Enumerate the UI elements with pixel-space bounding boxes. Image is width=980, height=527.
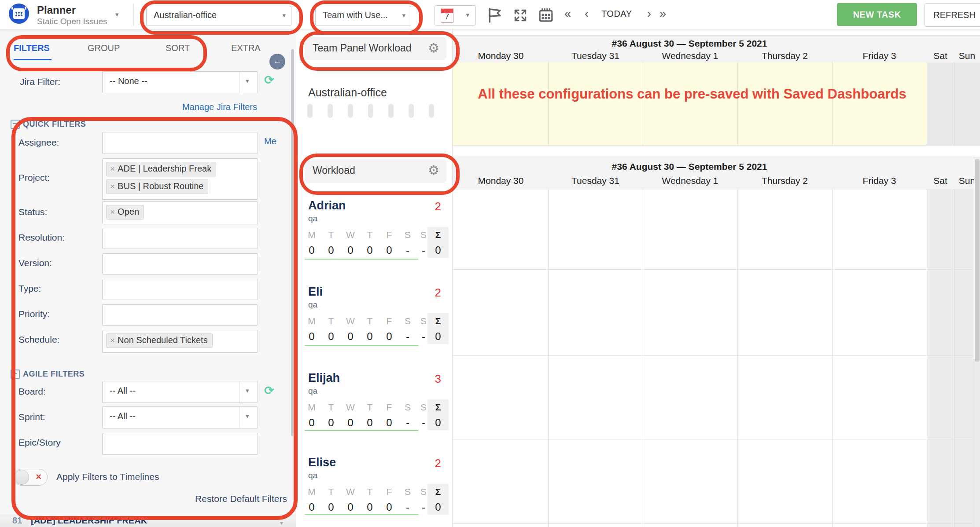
schedule-tag-label: Non Scheduled Tickets [118,335,208,345]
user-task-count: 2 [418,200,441,213]
workload-user-card[interactable]: Adrian 2 qa M T W T F S S Σ 0 0 0 0 0 - … [296,189,452,269]
gear-icon[interactable]: ⚙ [428,163,439,178]
manage-jira-filters-link[interactable]: Manage Jira Filters [102,102,257,112]
remove-tag-icon[interactable]: × [110,164,115,173]
day-cell[interactable] [548,62,643,145]
day-cell[interactable] [643,62,738,145]
priority-input[interactable] [102,304,258,326]
nav-fast-forward-button[interactable]: » [659,7,666,20]
calendar-header-band: #36 August 30 — September 5 2021 Monday … [452,157,980,190]
flag-icon[interactable] [486,7,503,23]
user-name[interactable]: Eli [308,285,323,299]
day-letter: W [343,316,358,326]
weekend-cell[interactable] [954,62,980,145]
weekend-cell[interactable] [927,62,954,145]
remove-tag-icon[interactable]: × [110,182,115,191]
resolution-input[interactable] [102,228,258,249]
day-letter: F [381,487,397,497]
day-header: Friday 3 [832,51,927,61]
nav-forward-button[interactable]: › [647,7,651,20]
planner-logo-icon[interactable] [9,4,29,24]
apply-filters-toggle[interactable]: × [13,469,48,486]
day-cell[interactable] [832,62,927,145]
new-task-button[interactable]: NEW TASK [837,3,917,26]
schedule-tag[interactable]: ×Non Scheduled Tickets [106,333,213,348]
sidebar-scrollbar[interactable] [291,49,294,436]
today-button[interactable]: TODAY [601,9,632,19]
board-label: Board: [18,386,46,397]
project-tag[interactable]: ×BUS | Robust Routine [106,179,208,194]
jira-filter-select[interactable]: -- None -- ▾ [102,71,258,93]
me-link[interactable]: Me [264,136,276,146]
day-hours: 0 [381,330,397,343]
epic-story-input[interactable] [102,433,258,455]
team-panel-header-title: Team Panel Workload [313,42,412,54]
day-letter: M [304,402,320,413]
sort-up-icon[interactable]: ▲ [279,516,284,520]
team-selector-dropdown[interactable]: Australian-office ▾ [146,6,291,26]
calendar-scrollbar-thumb[interactable] [975,159,980,362]
tab-filters[interactable]: FILTERS [14,43,50,53]
user-task-count: 3 [418,372,441,386]
view-dropdown-caret-icon[interactable]: ▾ [115,11,119,18]
day-hours: 0 [362,330,378,343]
project-tag[interactable]: ×ADE | Leadership Freak [106,162,216,176]
tab-sort[interactable]: SORT [166,43,190,53]
collapse-sidebar-button[interactable]: ← [269,54,285,70]
day-hours: 0 [362,244,378,256]
jira-filter-value: -- None -- [110,76,147,86]
schedule-input[interactable]: ×Non Scheduled Tickets [102,330,258,353]
project-group-row[interactable]: 81 [ADE] LEADERSHIP FREAK ▲ ▼ [0,514,296,527]
nav-fast-back-button[interactable]: « [564,7,571,20]
user-name[interactable]: Adrian [308,199,346,212]
status-input[interactable]: ×Open [102,201,258,224]
user-name[interactable]: Elise [308,456,336,469]
day-cell[interactable] [452,62,548,145]
project-input[interactable]: ×ADE | Leadership Freak ×BUS | Robust Ro… [102,158,258,200]
tab-group[interactable]: GROUP [88,43,120,53]
sync-boards-icon[interactable]: ⟳ [264,384,274,398]
calendar-view-icon[interactable] [538,7,554,23]
workload-pill [388,104,394,118]
expand-fullscreen-icon[interactable] [513,8,528,23]
type-input[interactable] [102,279,258,300]
annotation-text: All these configurations can be pre-save… [454,86,930,102]
capacity-underline [305,514,418,515]
nav-back-button[interactable]: ‹ [585,7,589,20]
day-letter: M [304,487,320,497]
workload-user-card[interactable]: Elise 2 qa M T W T F S S Σ 0 0 0 0 0 - -… [296,439,452,523]
date-span-dropdown[interactable]: 7 ▾ [435,5,476,26]
version-input[interactable] [102,253,258,274]
workload-user-card[interactable]: Eli 2 qa M T W T F S S Σ 0 0 0 0 0 - - 0 [296,269,452,355]
agile-filters-collapse-checkbox[interactable] [11,370,20,379]
remove-tag-icon[interactable]: × [110,207,115,216]
weekend-column[interactable] [927,189,954,527]
day-hours: 0 [304,417,320,429]
mini-calendar-icon: 7 [441,8,453,23]
sprint-value: -- All -- [110,411,136,421]
sync-jira-filters-icon[interactable]: ⟳ [264,73,274,87]
apply-filters-toggle-label: Apply Filters to Timelines [56,472,159,482]
remove-tag-icon[interactable]: × [110,336,115,345]
sprint-select[interactable]: -- All -- ▾ [102,406,258,428]
project-tag-label: ADE | Leadership Freak [118,164,211,173]
sort-down-icon[interactable]: ▼ [279,521,284,525]
board-select[interactable]: -- All -- ▾ [102,381,258,403]
assignee-input[interactable] [102,132,258,154]
calendar-scrollbar-track[interactable] [974,157,980,527]
planner-app: Planner Static Open Issues ▾ Australian-… [0,0,980,527]
team-name[interactable]: Australian-office [308,86,387,99]
day-hours: 0 [304,501,320,513]
workload-user-card[interactable]: Elijah 3 qa M T W T F S S Σ 0 0 0 0 0 - … [296,355,452,439]
workload-pill [348,104,353,118]
restore-default-filters-link[interactable]: Restore Default Filters [102,494,287,504]
panel-selector-dropdown[interactable]: Team with Use... ▾ [315,6,411,26]
gear-icon[interactable]: ⚙ [428,40,439,55]
tab-extra[interactable]: EXTRA [231,43,261,53]
quick-filters-collapse-checkbox[interactable] [11,120,20,129]
status-tag[interactable]: ×Open [106,205,144,220]
day-cell[interactable] [737,62,833,145]
user-name[interactable]: Elijah [308,371,340,385]
refresh-button[interactable]: REFRESH [925,3,980,27]
sum-hours: 0 [430,244,446,256]
